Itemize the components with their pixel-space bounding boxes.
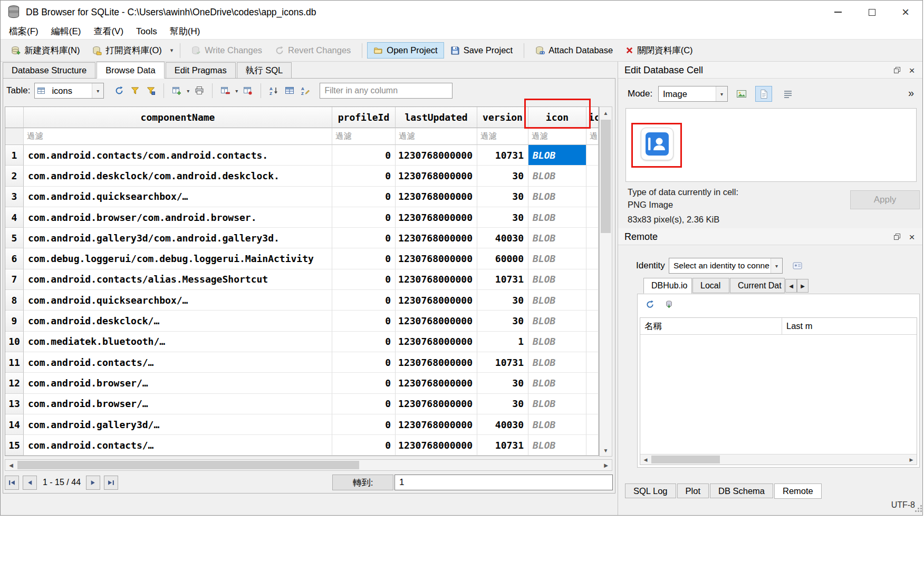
cell-version[interactable]: 60000: [477, 248, 528, 269]
attach-database-button[interactable]: Attach Database: [529, 42, 619, 59]
word-wrap-button[interactable]: [779, 86, 796, 102]
scroll-left-button[interactable]: ◀: [5, 460, 17, 470]
cell-lastUpdated[interactable]: 1230768000000: [396, 228, 477, 248]
cell-componentName[interactable]: com.debug.loggerui/com.debug.loggerui.Ma…: [24, 248, 332, 269]
menu-file[interactable]: 檔案(F): [3, 24, 45, 39]
cell-componentName[interactable]: com.android.contacts/com.android.contact…: [24, 145, 332, 166]
cell-componentName[interactable]: com.android.contacts/…: [24, 435, 332, 456]
remote-tab-current-database[interactable]: Current Dat: [730, 278, 785, 293]
dock-tab-db-schema[interactable]: DB Schema: [710, 483, 773, 498]
table-select[interactable]: icons ▾: [34, 83, 104, 99]
row-number[interactable]: 14: [5, 414, 24, 435]
cell-lastUpdated[interactable]: 1230768000000: [396, 166, 477, 186]
tab-edit-pragmas[interactable]: Edit Pragmas: [166, 62, 236, 79]
cell-lastUpdated[interactable]: 1230768000000: [396, 311, 477, 331]
edit-sort-order-button[interactable]: AZ: [297, 83, 313, 99]
column-header-componentName[interactable]: componentName: [24, 107, 332, 128]
cell-version[interactable]: 10731: [477, 145, 528, 166]
horizontal-scroll-thumb[interactable]: [17, 461, 359, 469]
tab-browse-data[interactable]: Browse Data: [97, 62, 164, 79]
cell-lastUpdated[interactable]: 1230768000000: [396, 290, 477, 311]
cell-lastUpdated[interactable]: 1230768000000: [396, 394, 477, 414]
remote-close-button[interactable]: ×: [907, 231, 917, 242]
cell-version[interactable]: 30: [477, 373, 528, 393]
edit-cell-float-button[interactable]: [892, 65, 902, 75]
cell-profileId[interactable]: 0: [332, 352, 396, 373]
remote-float-button[interactable]: [892, 231, 902, 242]
previous-record-button[interactable]: [23, 476, 37, 490]
cell-version[interactable]: 30: [477, 207, 528, 228]
cell-icon[interactable]: BLOB: [528, 166, 586, 186]
close-button[interactable]: ×: [889, 1, 922, 24]
maximize-button[interactable]: [855, 1, 889, 24]
grid-horizontal-scrollbar[interactable]: ◀ ▶: [5, 459, 612, 471]
cell-profileId[interactable]: 0: [332, 414, 396, 435]
cell-profileId[interactable]: 0: [332, 145, 396, 166]
filter-profileId[interactable]: 過濾: [332, 128, 396, 145]
scroll-right-button[interactable]: ▶: [906, 454, 917, 464]
cell-profileId[interactable]: 0: [332, 166, 396, 186]
cell-version[interactable]: 10731: [477, 435, 528, 456]
scroll-left-button[interactable]: ◀: [640, 454, 651, 464]
cell-icon[interactable]: BLOB: [528, 269, 586, 290]
cell-lastUpdated[interactable]: 1230768000000: [396, 248, 477, 269]
cell-profileId[interactable]: 0: [332, 207, 396, 228]
cell-componentName[interactable]: com.mediatek.bluetooth/…: [24, 332, 332, 352]
identity-settings-button[interactable]: [788, 258, 807, 274]
cell-componentName[interactable]: com.android.deskclock/com.android.deskcl…: [24, 166, 332, 186]
cell-version[interactable]: 1: [477, 332, 528, 352]
cell-icon[interactable]: BLOB: [528, 248, 586, 269]
dock-tab-sql-log[interactable]: SQL Log: [625, 483, 676, 498]
cell-lastUpdated[interactable]: 1230768000000: [396, 145, 477, 166]
remote-tab-scroll-left[interactable]: ◀: [785, 279, 797, 293]
new-database-button[interactable]: 新建資料庫(N): [5, 42, 86, 60]
cell-icon[interactable]: BLOB: [528, 352, 586, 373]
corner-header-cell[interactable]: [5, 107, 24, 128]
tab-database-structure[interactable]: Database Structure: [3, 62, 95, 79]
cell-version[interactable]: 10731: [477, 352, 528, 373]
cell-componentName[interactable]: com.android.deskclock/…: [24, 311, 332, 331]
cell-lastUpdated[interactable]: 1230768000000: [396, 269, 477, 290]
write-changes-button[interactable]: Write Changes: [185, 42, 268, 59]
cell-icon[interactable]: BLOB: [528, 207, 586, 228]
cell-icon[interactable]: BLOB: [528, 414, 586, 435]
cell-componentName[interactable]: com.android.quicksearchbox/…: [24, 187, 332, 207]
cell-version[interactable]: 30: [477, 394, 528, 414]
cell-icon[interactable]: BLOB: [528, 311, 586, 331]
apply-button[interactable]: Apply: [850, 190, 920, 209]
row-number[interactable]: 10: [5, 332, 24, 352]
row-number[interactable]: 2: [5, 166, 24, 186]
menu-help[interactable]: 幫助(H): [163, 24, 207, 39]
select-columns-button[interactable]: [282, 83, 297, 99]
delete-record-dropdown[interactable]: ▾: [233, 83, 240, 99]
column-header-icon[interactable]: icon: [528, 107, 586, 128]
filter-version[interactable]: 過濾: [477, 128, 528, 145]
remote-list-header-last-modified[interactable]: Last m: [782, 318, 917, 334]
row-number[interactable]: 9: [5, 311, 24, 331]
cell-profileId[interactable]: 0: [332, 290, 396, 311]
cell-version[interactable]: 40030: [477, 228, 528, 248]
grid-vertical-scrollbar[interactable]: ▲ ▼: [599, 107, 612, 457]
cell-profileId[interactable]: 0: [332, 435, 396, 456]
cell-lastUpdated[interactable]: 1230768000000: [396, 352, 477, 373]
revert-changes-button[interactable]: Revert Changes: [268, 42, 357, 59]
next-record-button[interactable]: [86, 476, 100, 490]
row-number[interactable]: 13: [5, 394, 24, 414]
open-database-button[interactable]: 打開資料庫(O): [86, 42, 168, 60]
column-header-profileId[interactable]: profileId: [332, 107, 396, 128]
menu-edit[interactable]: 編輯(E): [45, 24, 88, 39]
last-record-button[interactable]: [104, 476, 118, 490]
cell-profileId[interactable]: 0: [332, 187, 396, 207]
cell-icon[interactable]: BLOB: [528, 290, 586, 311]
overflow-button[interactable]: »: [908, 87, 914, 99]
column-header-lastUpdated[interactable]: lastUpdated: [396, 107, 477, 128]
cell-componentName[interactable]: com.android.browser/…: [24, 373, 332, 393]
cell-lastUpdated[interactable]: 1230768000000: [396, 332, 477, 352]
remote-tab-dbhub[interactable]: DBHub.io: [643, 278, 692, 294]
filter-lastUpdated[interactable]: 過濾: [396, 128, 477, 145]
remote-refresh-button[interactable]: [643, 297, 657, 311]
cell-profileId[interactable]: 0: [332, 248, 396, 269]
row-number[interactable]: 15: [5, 435, 24, 456]
edit-cell-close-button[interactable]: ×: [907, 65, 917, 75]
remote-tab-local[interactable]: Local: [692, 278, 729, 293]
